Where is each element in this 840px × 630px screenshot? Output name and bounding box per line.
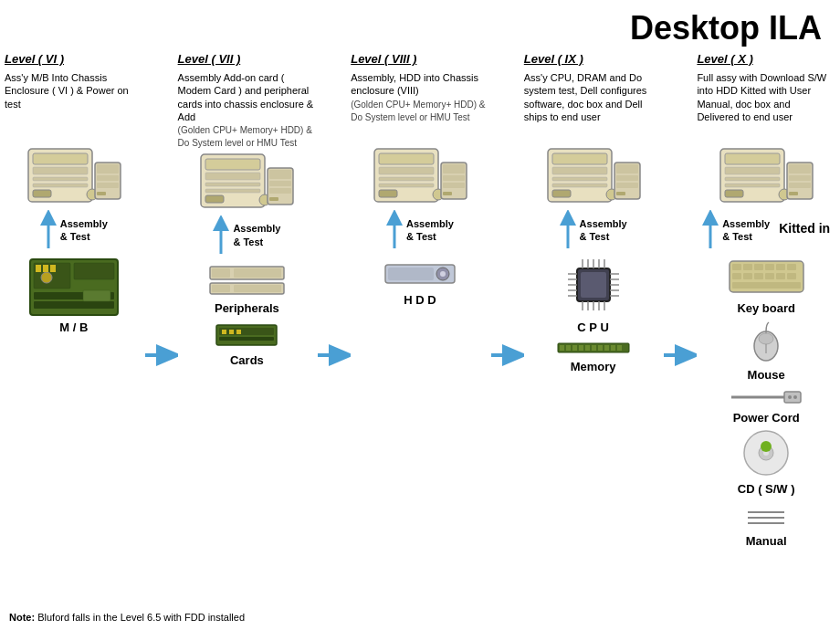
manual-icon (743, 505, 789, 530)
svg-rect-32 (269, 170, 291, 179)
svg-rect-113 (617, 345, 622, 351)
svg-rect-119 (725, 184, 780, 187)
assembly-test-viii: Assembly& Test (351, 210, 489, 250)
svg-rect-45 (219, 337, 274, 341)
power-cord-icon (730, 387, 803, 407)
level-ix-title: Level ( IX ) (524, 52, 663, 66)
svg-rect-22 (50, 265, 56, 272)
svg-rect-76 (616, 164, 638, 173)
assembly-label-viii: Assembly& Test (406, 217, 454, 244)
col-level-viii: Level ( VIII ) Assembly, HDD into Chassi… (351, 52, 489, 548)
up-arrow-vii (213, 215, 229, 256)
svg-rect-44 (219, 328, 274, 335)
computer-tower-ix (543, 144, 644, 206)
peripherals-icon (208, 263, 286, 298)
svg-rect-1 (33, 153, 88, 164)
col-level-ix: Level ( IX ) Ass'y CPU, DRAM and Do syst… (524, 52, 663, 548)
svg-rect-3 (33, 177, 88, 181)
peripherals-label: Peripherals (215, 301, 279, 315)
svg-rect-78 (616, 183, 638, 188)
svg-rect-110 (598, 345, 603, 351)
svg-rect-5 (33, 190, 51, 197)
col-level-x: Level ( X ) Full assy with Download S/W … (697, 52, 835, 548)
svg-rect-104 (560, 345, 564, 351)
page-title: Desktop ILA (0, 0, 840, 52)
svg-rect-34 (269, 188, 291, 194)
svg-rect-105 (566, 345, 571, 351)
up-arrow-ix (560, 210, 576, 250)
svg-point-66 (440, 271, 446, 277)
assembly-label-x: Assembly& Test (722, 217, 770, 244)
svg-rect-124 (789, 175, 811, 181)
svg-rect-82 (581, 272, 606, 298)
svg-rect-107 (579, 345, 583, 351)
svg-point-18 (41, 272, 52, 283)
hdd-label: H D D (404, 293, 436, 307)
svg-rect-70 (552, 167, 607, 174)
component-area-vi: M / B (5, 257, 143, 334)
motherboard-icon (28, 257, 120, 317)
svg-rect-126 (789, 192, 798, 195)
level-x-title: Level ( X ) (697, 52, 835, 66)
svg-rect-106 (572, 345, 577, 351)
mb-label: M / B (59, 320, 88, 334)
svg-rect-21 (43, 265, 48, 272)
level-viii-desc: Assembly, HDD into Chassis enclosure (VI… (351, 71, 489, 144)
level-ix-desc: Ass'y CPU, DRAM and Do system test, Dell… (524, 71, 663, 144)
cd-label: CD ( S/W ) (738, 482, 795, 496)
cd-icon (741, 428, 792, 478)
assembly-test-vii: Assembly& Test (178, 215, 317, 256)
svg-point-152 (761, 441, 772, 452)
svg-rect-79 (616, 192, 625, 195)
svg-rect-112 (611, 345, 615, 351)
svg-rect-48 (236, 330, 241, 334)
col-level-vi: Level ( VI ) Ass'y M/B Into Chassis Encl… (5, 52, 143, 548)
svg-rect-61 (443, 192, 452, 195)
svg-rect-58 (443, 164, 465, 173)
svg-rect-17 (34, 301, 114, 309)
svg-rect-64 (388, 268, 434, 280)
svg-rect-15 (74, 263, 114, 279)
svg-rect-135 (732, 273, 741, 279)
svg-rect-116 (725, 153, 780, 164)
component-area-ix: C P U Memory (524, 257, 663, 373)
up-arrow-viii (386, 210, 403, 250)
computer-tower-x (716, 144, 816, 206)
svg-rect-53 (379, 177, 434, 181)
computer-tower-vi (24, 144, 124, 206)
svg-rect-20 (36, 265, 41, 272)
memory-icon (557, 340, 630, 356)
component-area-viii: H D D (351, 257, 489, 307)
svg-rect-131 (754, 264, 763, 270)
level-vi-title: Level ( VI ) (5, 52, 143, 66)
svg-rect-132 (765, 264, 774, 270)
svg-rect-120 (725, 190, 743, 197)
svg-rect-55 (379, 190, 397, 197)
svg-rect-28 (205, 189, 260, 193)
svg-rect-140 (787, 273, 796, 279)
svg-rect-125 (789, 183, 811, 188)
svg-rect-25 (205, 159, 260, 170)
up-arrow-x (702, 210, 719, 250)
svg-rect-123 (789, 164, 811, 173)
main-layout: Level ( VI ) Ass'y M/B Into Chassis Encl… (0, 52, 840, 548)
svg-rect-139 (776, 273, 785, 279)
svg-rect-72 (552, 184, 607, 187)
svg-rect-2 (33, 167, 88, 174)
svg-rect-35 (269, 197, 278, 201)
svg-rect-117 (725, 167, 780, 174)
cards-icon (215, 320, 278, 350)
keyboard-icon (728, 254, 805, 298)
svg-rect-47 (229, 330, 234, 334)
svg-rect-137 (754, 273, 763, 279)
svg-rect-60 (443, 183, 465, 188)
svg-rect-39 (234, 268, 281, 278)
svg-rect-77 (616, 175, 638, 181)
level-viii-title: Level ( VIII ) (351, 52, 489, 66)
mouse-label: Mouse (748, 368, 785, 382)
svg-rect-146 (784, 392, 801, 403)
bottom-note: Note: Bluford falls in the Level 6.5 wit… (9, 612, 245, 623)
keyboard-label: Key board (737, 301, 795, 315)
memory-label: Memory (571, 360, 616, 373)
arrow-ix-x (662, 52, 697, 548)
